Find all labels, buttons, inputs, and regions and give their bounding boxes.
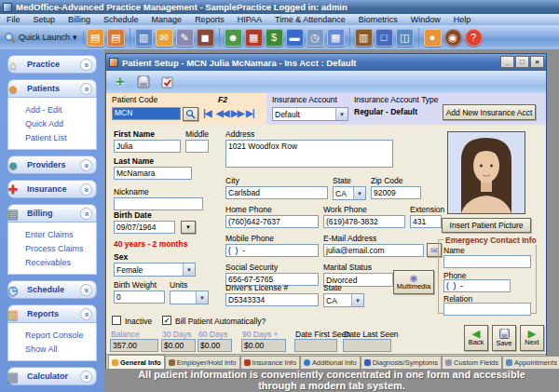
chevron-down-icon[interactable]: » (80, 183, 92, 196)
sidebar-item-receivables[interactable]: Receivables (25, 255, 96, 269)
menu-hipaa[interactable]: HIPAA (231, 15, 268, 24)
emergency-relation-field[interactable] (443, 303, 531, 316)
menu-help[interactable]: Help (447, 15, 478, 24)
chevron-down-icon[interactable]: » (80, 159, 92, 171)
dropdown-arrow-icon[interactable]: ▼ (196, 291, 208, 304)
patient-code-field[interactable]: MCN (112, 107, 181, 120)
nav-previous-record-button[interactable]: ◀◀ (216, 108, 228, 118)
middle-name-field[interactable] (185, 140, 209, 153)
chevron-down-icon[interactable]: » (80, 284, 92, 296)
toolbar-icon-camera-bag[interactable]: ◼ (197, 29, 214, 47)
menu-billing[interactable]: Billing (61, 15, 97, 24)
menu-window[interactable]: Window (404, 15, 447, 24)
toolbar-icon-alerts[interactable]: ● (424, 29, 442, 47)
window-titlebar[interactable]: Patient Setup - MCN Julia McNamara - Ins… (106, 54, 546, 71)
verify-record-button[interactable] (157, 73, 177, 91)
menu-biometrics[interactable]: Biometrics (352, 15, 404, 24)
back-button[interactable]: ◀ Back (464, 325, 488, 351)
tab-additional-info[interactable]: Additional Info (300, 356, 361, 369)
tab-general-info[interactable]: General Info (108, 355, 165, 369)
sidebar-item-report-console[interactable]: Report Console (25, 328, 96, 342)
home-phone-field[interactable] (225, 215, 319, 228)
quick-launch[interactable]: Quick Launch ▾ (4, 32, 84, 44)
birth-date-field[interactable] (114, 221, 175, 234)
toolbar-icon-statements[interactable]: $ (266, 29, 283, 47)
toolbar-icon-billing-screen[interactable]: ▦ (245, 29, 263, 47)
dropdown-arrow-icon[interactable]: ▼ (335, 108, 348, 120)
toolbar-icon-help[interactable]: ? (465, 29, 483, 47)
toolbar-icon-org-network[interactable]: ◫ (396, 29, 414, 47)
emergency-name-field[interactable] (443, 255, 531, 268)
toolbar-icon-biometrics-fingerprint[interactable]: ◉ (444, 29, 462, 47)
menu-time-attendance[interactable]: Time & Attendance (268, 15, 352, 24)
save-record-button[interactable] (133, 73, 154, 91)
address-field[interactable]: 1021 Woodfox Row (225, 140, 393, 168)
insert-patient-picture-button[interactable]: Insert Patient Picture (442, 218, 531, 233)
toolbar-icon-cpt-codes-book[interactable]: ▤ (87, 29, 104, 47)
sex-select[interactable]: Female ▼ (114, 263, 196, 277)
sidebar-header-calculator[interactable]: ▦ Calculator » (7, 367, 97, 385)
maximize-button[interactable]: □ (515, 56, 529, 68)
menu-manage[interactable]: Manage (145, 15, 189, 24)
sidebar-item-enter-claims[interactable]: Enter Claims (25, 227, 96, 241)
chevron-up-icon[interactable]: » (80, 208, 92, 220)
toolbar-icon-referrals[interactable]: ☻ (225, 29, 242, 47)
menu-file[interactable]: File (0, 15, 27, 24)
toolbar-icon-chart-podium[interactable]: ▥ (355, 29, 373, 47)
sidebar-header-insurance[interactable]: ✚ Insurance » (7, 180, 97, 198)
emergency-phone-field[interactable] (443, 279, 511, 292)
sidebar-header-providers[interactable]: ☻ Providers » (7, 155, 97, 174)
zip-code-field[interactable] (371, 186, 421, 199)
insurance-account-select[interactable]: Default ▼ (272, 107, 348, 121)
toolbar-icon-patient-card[interactable]: ▥ (135, 29, 153, 47)
bill-automatically-checkbox[interactable]: ✓ (162, 316, 171, 325)
sidebar-item-add-edit[interactable]: Add - Edit (25, 102, 96, 116)
sidebar-item-process-claims[interactable]: Process Claims (25, 241, 96, 255)
dl-state-select[interactable]: CA ▼ (323, 293, 364, 307)
first-name-field[interactable] (114, 140, 181, 153)
tab-diagnosis-symptoms[interactable]: Diagnosis/Symptoms (361, 356, 442, 369)
close-button[interactable]: × (530, 56, 544, 68)
menu-setup[interactable]: Setup (27, 15, 62, 24)
next-button[interactable]: ▶ Next (520, 325, 544, 351)
dropdown-arrow-icon[interactable]: ▼ (183, 264, 195, 276)
nav-last-record-button[interactable]: ▶| (246, 108, 254, 118)
drivers-license-field[interactable] (225, 293, 319, 306)
toolbar-icon-calculator-report[interactable]: ▦ (327, 29, 345, 47)
sidebar-header-billing[interactable]: ▤ Billing » (7, 204, 97, 223)
city-field[interactable] (225, 186, 328, 199)
birth-weight-field[interactable] (114, 291, 165, 304)
email-field[interactable] (323, 244, 424, 257)
nav-first-record-button[interactable]: |◀ (203, 108, 211, 118)
toolbar-icon-icd-codes-book[interactable]: ▤ (107, 29, 125, 47)
toolbar-icon-time-report[interactable]: ◷ (307, 29, 324, 47)
minimize-button[interactable]: _ (500, 56, 514, 68)
extension-field[interactable] (410, 215, 442, 228)
chevron-up-icon[interactable]: » (80, 308, 92, 320)
nav-next-record-button[interactable]: ▶▶ (231, 108, 243, 118)
state-select[interactable]: CA ▼ (333, 186, 366, 200)
nickname-field[interactable] (114, 197, 203, 210)
sidebar-item-quick-add[interactable]: Quick Add (25, 116, 96, 130)
toolbar-icon-vehicle[interactable]: ▬ (286, 29, 304, 47)
add-new-insurance-acct-button[interactable]: Add New Insurance Acct (443, 104, 536, 120)
sidebar-header-patients[interactable]: ☻ Patients » (7, 79, 97, 98)
sidebar-header-practice[interactable]: ⌂ Practice » (7, 55, 97, 74)
sidebar-header-reports[interactable]: ▥ Reports » (7, 304, 97, 323)
work-phone-field[interactable] (323, 215, 405, 228)
add-record-button[interactable]: + (110, 73, 130, 91)
toolbar-icon-monitor[interactable]: □ (375, 29, 393, 47)
toolbar-icon-notes[interactable]: ✎ (176, 29, 194, 47)
sidebar-item-patient-list[interactable]: Patient List (25, 130, 96, 144)
save-button[interactable]: Save (492, 325, 516, 351)
tab-employer-hold-info[interactable]: Employer/Hold Info (165, 356, 240, 369)
multimedia-button[interactable]: ◉ Multimedia (393, 270, 434, 294)
birth-date-dropdown-button[interactable]: ▼ (181, 221, 196, 234)
dropdown-arrow-icon[interactable]: ▼ (351, 294, 363, 306)
sidebar-header-schedule[interactable]: ◷ Schedule » (7, 280, 97, 299)
tab-appointments[interactable]: Appointments (502, 356, 559, 369)
inactive-checkbox[interactable] (112, 316, 121, 325)
tab-custom-fields[interactable]: Custom Fields (442, 356, 502, 369)
sidebar-item-show-all[interactable]: Show All (25, 342, 96, 356)
last-name-field[interactable] (114, 167, 192, 180)
